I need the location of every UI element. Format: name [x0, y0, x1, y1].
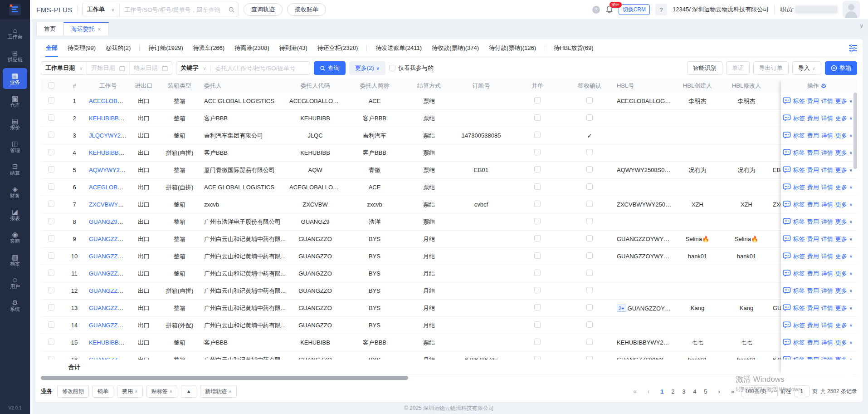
sidebar-item-customers[interactable]: ◉客商: [3, 227, 27, 248]
work-no-link[interactable]: GUANGZZOY...: [89, 236, 129, 242]
op-more-link[interactable]: 更多: [835, 321, 847, 330]
op-tag-link[interactable]: 标签: [793, 183, 805, 192]
op-tag-link[interactable]: 标签: [793, 132, 805, 140]
op-more-link[interactable]: 更多: [835, 252, 847, 261]
op-fee-link[interactable]: 费用: [807, 287, 819, 295]
merge-checkbox[interactable]: [534, 252, 541, 259]
op-more-link[interactable]: 更多: [835, 166, 847, 174]
op-tag-link[interactable]: 标签: [793, 166, 805, 174]
op-fee-link[interactable]: 费用: [807, 304, 819, 312]
op-detail-link[interactable]: 详情: [821, 132, 833, 140]
collapse-button[interactable]: ▲: [181, 385, 196, 398]
merge-checkbox[interactable]: [534, 270, 541, 276]
work-no-link[interactable]: AQWYWY2508...: [89, 167, 129, 173]
op-more-link[interactable]: 更多: [835, 356, 847, 360]
fee-button[interactable]: 费用∧: [117, 385, 143, 398]
page-tab-1[interactable]: 海运委托×: [63, 22, 109, 35]
row-checkbox[interactable]: [48, 132, 54, 138]
merge-checkbox[interactable]: [534, 304, 541, 310]
op-detail-link[interactable]: 详情: [821, 183, 833, 192]
op-detail-link[interactable]: 详情: [821, 287, 833, 295]
filter-tab-1[interactable]: 待受理(99): [63, 39, 101, 57]
lock-order-button[interactable]: 锁单: [93, 385, 113, 398]
merge-checkbox[interactable]: [534, 132, 541, 138]
smart-recognize-button[interactable]: 智能识别: [687, 61, 722, 75]
merge-checkbox[interactable]: [534, 321, 541, 328]
op-fee-link[interactable]: 费用: [807, 270, 819, 278]
op-fee-link[interactable]: 费用: [807, 235, 819, 243]
row-checkbox[interactable]: [48, 356, 54, 360]
op-tag-link[interactable]: 标签: [793, 97, 805, 105]
filter-tab-0[interactable]: 全部: [41, 39, 63, 57]
op-tag-link[interactable]: 标签: [793, 321, 805, 330]
work-no-link[interactable]: JLQCYWY2508...: [89, 132, 129, 139]
op-more-link[interactable]: 更多: [835, 201, 847, 209]
op-fee-link[interactable]: 费用: [807, 356, 819, 360]
op-fee-link[interactable]: 费用: [807, 114, 819, 123]
comment-icon[interactable]: [783, 148, 791, 157]
op-more-link[interactable]: 更多: [835, 132, 847, 140]
merge-checkbox[interactable]: [534, 183, 541, 190]
op-tag-link[interactable]: 标签: [793, 252, 805, 261]
work-no-link[interactable]: GUANGZZOY...: [89, 270, 129, 277]
comment-icon[interactable]: [783, 217, 791, 226]
export-orders-button[interactable]: 导出订单: [753, 61, 789, 75]
row-checkbox[interactable]: [48, 149, 54, 155]
op-detail-link[interactable]: 详情: [821, 235, 833, 243]
work-no-link[interactable]: GUANGZZOY...: [89, 287, 129, 294]
keyword-input[interactable]: [211, 65, 310, 72]
search-button[interactable]: 查询: [314, 61, 346, 75]
close-icon[interactable]: ×: [98, 26, 101, 33]
sign-checkbox[interactable]: [586, 201, 593, 207]
notifications-button[interactable]: 99+: [605, 5, 613, 14]
add-track-button[interactable]: 新增轨迹∧: [200, 385, 237, 398]
op-detail-link[interactable]: 详情: [821, 270, 833, 278]
filter-tab-5[interactable]: 待离港(2308): [229, 39, 274, 57]
select-all-checkbox[interactable]: [48, 82, 54, 89]
sign-checkbox[interactable]: [586, 166, 593, 172]
change-schedule-button[interactable]: 修改船期: [57, 385, 89, 398]
sign-checkbox[interactable]: [586, 183, 593, 190]
global-search-input[interactable]: [124, 6, 228, 13]
row-checkbox[interactable]: [48, 235, 54, 242]
op-more-link[interactable]: 更多: [835, 97, 847, 105]
op-detail-link[interactable]: 详情: [821, 166, 833, 174]
sidebar-item-workbench[interactable]: ⌂工作台: [3, 23, 27, 44]
page-tab-0[interactable]: 首页: [36, 22, 63, 35]
op-tag-link[interactable]: 标签: [793, 218, 805, 226]
op-fee-link[interactable]: 费用: [807, 149, 819, 157]
row-checkbox[interactable]: [48, 183, 54, 190]
work-no-link[interactable]: KEHUBIBBYWY...: [89, 339, 129, 346]
filter-tab-2[interactable]: @我的(2): [101, 39, 136, 57]
more-filters-button[interactable]: 更多(2) ∨: [349, 61, 385, 75]
sign-checkbox[interactable]: [586, 218, 593, 224]
op-more-link[interactable]: 更多: [835, 270, 847, 278]
sign-checkbox[interactable]: [586, 356, 593, 360]
op-fee-link[interactable]: 费用: [807, 252, 819, 261]
column-settings-icon[interactable]: [849, 44, 857, 52]
merge-checkbox[interactable]: [534, 218, 541, 224]
op-fee-link[interactable]: 费用: [807, 97, 819, 105]
tab-list-chevron-icon[interactable]: ∨: [859, 23, 863, 29]
sign-checkbox[interactable]: [586, 235, 593, 242]
op-fee-link[interactable]: 费用: [807, 321, 819, 330]
work-no-link[interactable]: GUANGZZOY...: [89, 305, 129, 311]
comment-icon[interactable]: [783, 286, 791, 295]
comment-icon[interactable]: [783, 338, 791, 347]
op-fee-link[interactable]: 费用: [807, 339, 819, 347]
op-detail-link[interactable]: 详情: [821, 149, 833, 157]
merge-checkbox[interactable]: [534, 166, 541, 172]
op-detail-link[interactable]: 详情: [821, 218, 833, 226]
work-no-link[interactable]: ZXCVBWYWY2...: [89, 201, 129, 208]
op-detail-link[interactable]: 详情: [821, 356, 833, 360]
sign-checkbox[interactable]: [586, 114, 593, 121]
sign-checkbox[interactable]: [586, 304, 593, 310]
sidebar-item-reports[interactable]: ◪报表: [3, 204, 27, 225]
sidebar-item-supply-chain[interactable]: ⊞供应链: [3, 45, 27, 66]
work-no-link[interactable]: GUANGZZOY...: [89, 253, 129, 260]
gear-icon[interactable]: ⚙: [821, 82, 827, 89]
next-page-button[interactable]: ›: [714, 385, 725, 397]
page-number-2[interactable]: 2: [668, 385, 678, 397]
end-date-input[interactable]: 结束日期: [129, 62, 172, 74]
op-more-link[interactable]: 更多: [835, 339, 847, 347]
